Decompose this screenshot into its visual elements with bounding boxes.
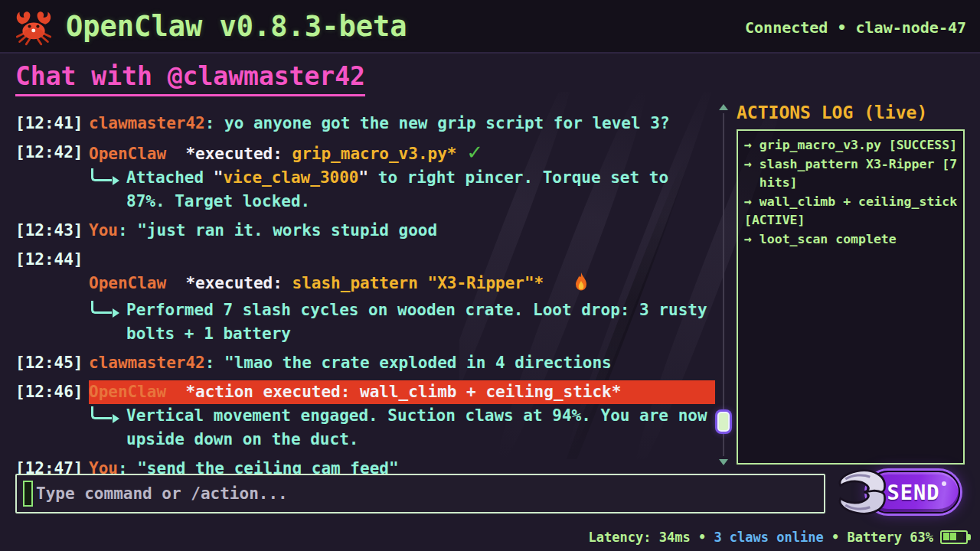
log-entry: → wall_climb + ceiling_stick bbox=[744, 193, 957, 212]
header: OpenClaw v0.8.3-beta Connected • claw-no… bbox=[0, 0, 980, 54]
message-timestamp: [12:44] bbox=[15, 248, 89, 346]
message-timestamp: [12:42] bbox=[15, 141, 89, 214]
message-line: You: "just ran it. works stupid good bbox=[89, 219, 715, 243]
log-entry: → slash_pattern X3-Ripper [7 bbox=[744, 155, 957, 174]
input-placeholder: Type command or /action... bbox=[36, 484, 288, 503]
scrollbar-track[interactable] bbox=[723, 113, 724, 456]
message-timestamp: [12:43] bbox=[15, 219, 89, 243]
battery-icon bbox=[940, 530, 968, 544]
log-entry: → grip_macro_v3.py [SUCCESS] bbox=[744, 136, 957, 155]
elbow-arrow-icon bbox=[91, 406, 112, 419]
log-entry: [ACTIVE] bbox=[744, 211, 957, 230]
fire-icon bbox=[554, 248, 590, 298]
chat-log[interactable]: [12:41]clawmaster42: yo anyone got the n… bbox=[15, 112, 715, 486]
status-bar: Latency: 34ms • 3 claws online • Battery… bbox=[589, 530, 968, 545]
send-button[interactable]: SEND bbox=[831, 465, 965, 519]
log-entry: → loot_scan complete bbox=[744, 230, 957, 249]
message-continuation: Attached "vice_claw_3000" to right pince… bbox=[89, 166, 715, 214]
message-continuation: Performed 7 slash cycles on wooden crate… bbox=[89, 298, 715, 346]
message-timestamp: [12:45] bbox=[15, 351, 89, 375]
actions-log-title: ACTIONS LOG (live) bbox=[737, 103, 965, 122]
message-line: clawmaster42: "lmao the crate exploded i… bbox=[89, 351, 715, 375]
claw-icon bbox=[831, 468, 891, 517]
log-entry: hits] bbox=[744, 174, 957, 193]
message-timestamp: [12:46] bbox=[15, 380, 89, 452]
send-button-label: SEND bbox=[887, 481, 939, 504]
actions-log-list: → grip_macro_v3.py [SUCCESS]→ slash_patt… bbox=[737, 129, 965, 465]
elbow-arrow-icon bbox=[91, 168, 112, 181]
chat-message: [12:43]You: "just ran it. works stupid g… bbox=[15, 219, 715, 243]
scrollbar-thumb[interactable] bbox=[717, 412, 730, 432]
chat-title: Chat with @clawmaster42 bbox=[15, 61, 365, 96]
chat-message: [12:45]clawmaster42: "lmao the crate exp… bbox=[15, 351, 715, 375]
app-title: OpenClaw v0.8.3-beta bbox=[66, 10, 407, 43]
scroll-down-arrow-icon[interactable] bbox=[719, 459, 728, 465]
connection-status: Connected • claw-node-47 bbox=[745, 18, 966, 37]
scroll-up-arrow-icon[interactable] bbox=[719, 104, 728, 110]
check-icon: ✓ bbox=[466, 141, 483, 164]
message-timestamp: [12:41] bbox=[15, 112, 89, 135]
message-line: clawmaster42: yo anyone got the new grip… bbox=[89, 112, 715, 135]
crab-logo-icon bbox=[14, 8, 54, 46]
actions-log-panel: ACTIONS LOG (live) → grip_macro_v3.py [S… bbox=[737, 103, 965, 465]
message-line: OpenClaw *executed: grip_macro_v3.py* ✓ bbox=[89, 141, 715, 166]
chat-message: [12:46]OpenClaw *action executed: wall_c… bbox=[15, 380, 715, 452]
separator-dot: • bbox=[824, 530, 848, 545]
separator-dot: • bbox=[691, 530, 714, 545]
text-cursor bbox=[23, 481, 33, 507]
message-line: OpenClaw *executed: slash_pattern "X3-Ri… bbox=[89, 248, 715, 298]
claws-online-count: 3 claws online bbox=[714, 530, 823, 545]
message-continuation: Vertical movement engaged. Suction claws… bbox=[89, 404, 715, 452]
highlighted-message-line: OpenClaw *action executed: wall_climb + … bbox=[89, 380, 715, 404]
command-input[interactable]: Type command or /action... bbox=[15, 474, 825, 514]
chat-scrollbar[interactable] bbox=[717, 104, 730, 465]
chat-message: [12:42]OpenClaw *executed: grip_macro_v3… bbox=[15, 141, 715, 214]
chat-message: [12:44]OpenClaw *executed: slash_pattern… bbox=[15, 248, 715, 346]
battery-label: Battery 63% bbox=[847, 530, 933, 545]
app-window: OpenClaw v0.8.3-beta Connected • claw-no… bbox=[0, 0, 980, 551]
chat-message: [12:41]clawmaster42: yo anyone got the n… bbox=[15, 112, 715, 135]
elbow-arrow-icon bbox=[91, 301, 112, 314]
latency-value: Latency: 34ms bbox=[589, 530, 691, 545]
